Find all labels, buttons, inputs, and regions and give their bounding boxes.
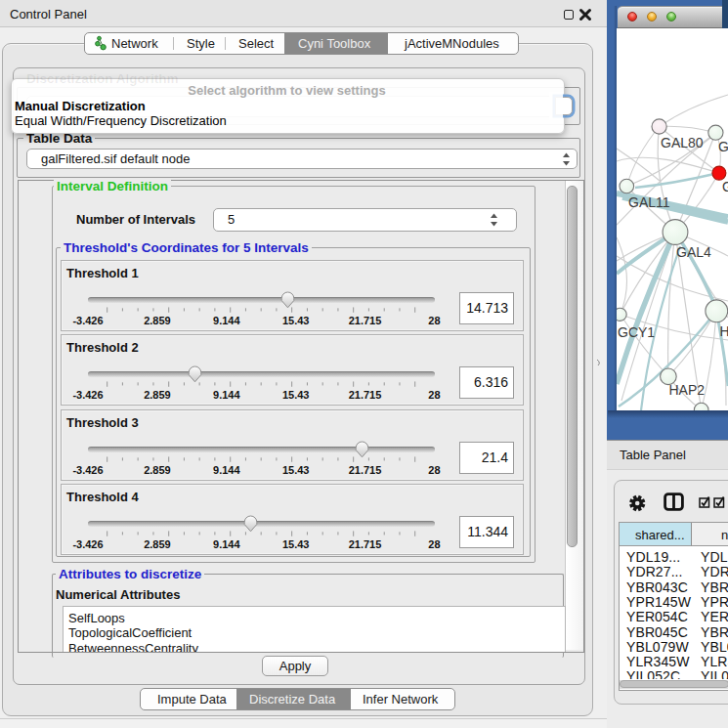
svg-text:GAL4: GAL4 [676, 244, 711, 260]
svg-text:GAL80: GAL80 [661, 135, 704, 150]
svg-text:GAL11: GAL11 [628, 194, 670, 210]
svg-text:HI: HI [720, 323, 728, 339]
svg-text:HAP2: HAP2 [669, 382, 706, 398]
svg-text:G: G [722, 179, 728, 194]
svg-text:GCY1: GCY1 [618, 324, 655, 340]
svg-text:GA: GA [718, 139, 728, 154]
